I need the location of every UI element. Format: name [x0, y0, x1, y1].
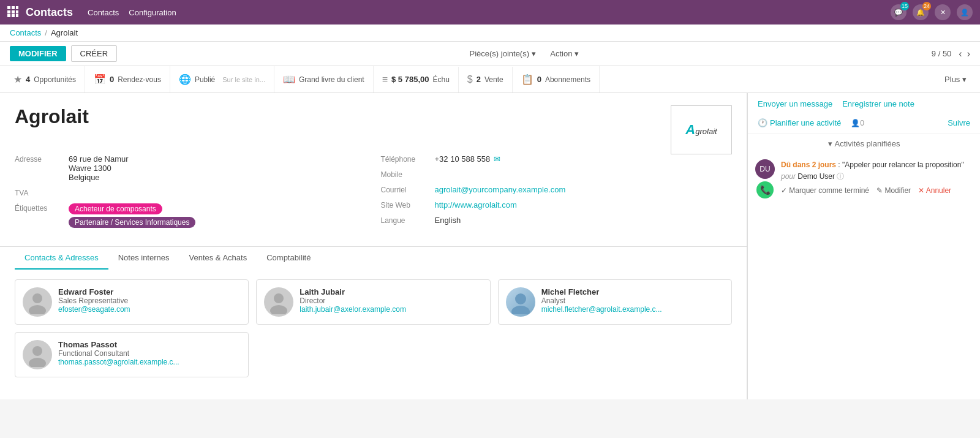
courriel-field: Courriel agrolait@yourcompany.example.co… — [381, 185, 733, 194]
stat-grandlivre[interactable]: 📖 Grand livre du client — [274, 66, 374, 93]
action-dropdown-icon[interactable]: ▾ — [575, 49, 579, 58]
follow-button[interactable]: Suivre — [948, 118, 970, 127]
stat-rendezvous-label: Rendez-vous — [118, 75, 161, 84]
svg-point-12 — [270, 305, 287, 314]
mobile-label: Mobile — [381, 170, 430, 179]
info-icon[interactable]: ⓘ — [837, 172, 844, 181]
notifications-badge: 24 — [922, 2, 931, 10]
contact-role-laith: Director — [300, 296, 406, 305]
piecejointe-button[interactable]: Pièce(s) jointe(s) ▾ — [470, 49, 537, 58]
nav-contacts[interactable]: Contacts — [88, 8, 119, 17]
address-field: Adresse 69 rue de Namur Wavre 1300 Belgi… — [15, 154, 366, 182]
svg-rect-1 — [12, 6, 15, 9]
mark-done-link[interactable]: ✓ Marquer comme terminé — [781, 185, 869, 197]
company-logo: Agrolait — [671, 105, 732, 154]
clipboard-icon: 📋 — [521, 74, 533, 85]
nav-count: 9 / 50 — [932, 49, 952, 58]
activities-collapse-icon: ▾ — [828, 139, 832, 148]
etiquettes-label: Étiquettes — [15, 203, 64, 213]
telephone-label: Téléphone — [381, 154, 430, 164]
save-note-link[interactable]: Enregistrer une note — [842, 99, 914, 108]
nav-configuration[interactable]: Configuration — [129, 8, 176, 17]
piecejointe-dropdown-icon[interactable]: ▾ — [532, 49, 536, 58]
activity-user: Demo User — [797, 172, 835, 181]
activity-actions: ✓ Marquer comme terminé ✎ Modifier ✕ Ann… — [781, 185, 973, 197]
list-icon: ≡ — [382, 74, 388, 85]
modifier-button[interactable]: MODIFIER — [10, 46, 66, 61]
send-message-link[interactable]: Envoyer un message — [758, 99, 832, 108]
courriel-value[interactable]: agrolait@yourcompany.example.com — [435, 185, 566, 194]
activity-due: Dû dans 2 jours — [781, 160, 836, 169]
tab-notes-internes[interactable]: Notes internes — [108, 247, 179, 270]
avatar-thomas — [23, 340, 52, 369]
stat-echu[interactable]: ≡ $ 5 785,00 Échu — [374, 67, 459, 93]
notifications-icon[interactable]: 🔔 24 — [913, 4, 929, 20]
stat-opportunities[interactable]: ★ 4 Opportunités — [5, 66, 85, 93]
edit-link[interactable]: ✎ Modifier — [876, 185, 911, 197]
stat-rendezvous[interactable]: 📅 0 Rendez-vous — [85, 66, 170, 93]
stat-abonnements-label: Abonnements — [545, 75, 590, 84]
stat-more[interactable]: Plus ▾ — [936, 70, 975, 89]
stat-publie[interactable]: 🌐 Publié Sur le site in... — [170, 66, 274, 93]
grid-icon[interactable] — [7, 6, 18, 19]
activity-phone-icon: 📞 — [756, 181, 774, 198]
avatar-michel — [506, 287, 535, 317]
activities-header[interactable]: ▾ Activités planifiées — [755, 134, 973, 153]
svg-rect-3 — [7, 10, 10, 13]
contact-name-edward: Edward Foster — [58, 287, 130, 296]
sub-contacts-grid: Edward Foster Sales Representative efost… — [15, 270, 732, 387]
contact-card-laith[interactable]: Laith Jubair Director laith.jubair@axelo… — [256, 279, 490, 325]
siteweb-label: Site Web — [381, 200, 430, 210]
messages-icon[interactable]: 💬 15 — [891, 4, 907, 20]
svg-point-16 — [29, 358, 46, 367]
stat-vente[interactable]: $ 2 Vente — [459, 67, 513, 93]
nav-prev-arrow[interactable]: ‹ — [959, 48, 962, 59]
etiquettes-tags: Acheteur de composants Partenaire / Serv… — [69, 203, 198, 230]
svg-point-10 — [29, 305, 46, 314]
activity-item: DU 📞 Dû dans 2 jours : "Appeler pour rel… — [755, 153, 973, 205]
siteweb-value[interactable]: http://www.agrolait.com — [435, 200, 517, 210]
svg-rect-8 — [16, 14, 18, 17]
mobile-field: Mobile — [381, 170, 733, 179]
svg-rect-2 — [16, 6, 18, 9]
star-icon: ★ — [13, 74, 22, 85]
breadcrumb-parent[interactable]: Contacts — [10, 28, 41, 37]
tab-contacts-adresses[interactable]: Contacts & Adresses — [15, 247, 108, 270]
contact-card-michel[interactable]: Michel Fletcher Analyst michel.fletcher@… — [498, 279, 732, 325]
stat-vente-num: 2 — [477, 75, 481, 84]
contact-card-thomas[interactable]: Thomas Passot Functional Consultant thom… — [15, 332, 249, 377]
tab-ventes-achats[interactable]: Ventes & Achats — [179, 247, 257, 270]
contact-info-edward: Edward Foster Sales Representative efost… — [58, 287, 130, 314]
phone-email-icon[interactable]: ✉ — [494, 154, 500, 164]
nav-links: Contacts Configuration — [88, 8, 891, 17]
address-line2: Wavre 1300 — [69, 164, 129, 173]
stats-bar: ★ 4 Opportunités 📅 0 Rendez-vous 🌐 Publi… — [0, 66, 980, 93]
close-icon[interactable]: ✕ — [935, 4, 951, 20]
left-panel: Agrolait Agrolait Adresse 69 rue de Namu… — [0, 93, 747, 399]
contact-role-michel: Analyst — [541, 296, 662, 305]
plan-activity-link[interactable]: 🕐 Planifier une activité — [758, 118, 841, 127]
contact-card-edward[interactable]: Edward Foster Sales Representative efost… — [15, 279, 249, 325]
nav-next-arrow[interactable]: › — [967, 48, 970, 59]
contact-email-laith[interactable]: laith.jubair@axelor.example.com — [300, 305, 406, 314]
stat-abonnements[interactable]: 📋 0 Abonnements — [513, 66, 600, 93]
svg-rect-6 — [7, 14, 10, 17]
creer-button[interactable]: CRÉER — [71, 45, 118, 62]
user-icon[interactable]: 👤 — [957, 4, 973, 20]
stat-echu-num: $ 5 785,00 — [391, 75, 429, 84]
tab-comptabilite[interactable]: Comptabilité — [257, 247, 320, 270]
stat-more-label: Plus — [944, 75, 960, 84]
contact-email-thomas[interactable]: thomas.passot@agrolait.example.c... — [58, 358, 179, 366]
contact-info-thomas: Thomas Passot Functional Consultant thom… — [58, 340, 179, 366]
svg-point-9 — [32, 293, 42, 303]
contact-role-edward: Sales Representative — [58, 296, 130, 305]
contact-name-thomas: Thomas Passot — [58, 340, 179, 349]
svg-rect-5 — [16, 10, 18, 13]
activities-title: Activités planifiées — [835, 139, 900, 148]
svg-point-15 — [32, 346, 42, 356]
clock-icon: 🕐 — [758, 118, 767, 127]
cancel-link[interactable]: ✕ Annuler — [918, 185, 951, 197]
contact-email-edward[interactable]: efoster@seagate.com — [58, 305, 130, 314]
contact-email-michel[interactable]: michel.fletcher@agrolait.example.c... — [541, 305, 662, 314]
action-button[interactable]: Action ▾ — [550, 49, 579, 58]
